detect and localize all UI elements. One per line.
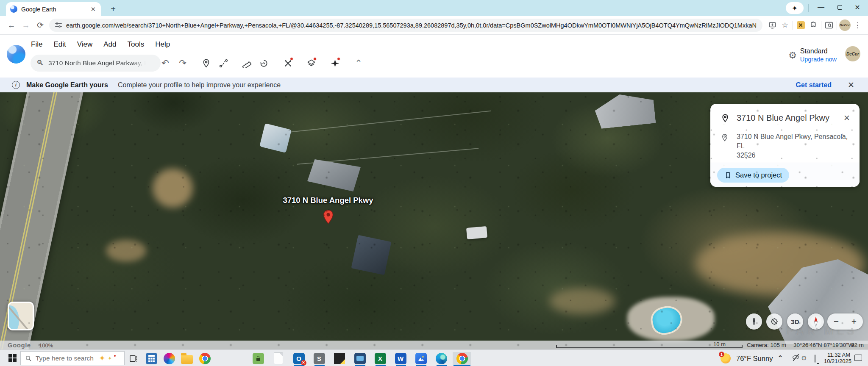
collapse-toolbar-icon[interactable]: ⌃ xyxy=(350,54,367,72)
place-card-close-icon[interactable]: ✕ xyxy=(842,112,852,124)
browser-tab[interactable]: Google Earth ✕ xyxy=(6,2,101,16)
toolbar-divider xyxy=(837,21,837,30)
measure-ruler-icon[interactable] xyxy=(238,54,256,72)
weather-text[interactable]: 76°F Sunny xyxy=(736,355,773,363)
browser-tab-strip: Google Earth ✕ + ✦ — ✕ xyxy=(0,0,868,16)
browser-toolbar: ← → ⟳ earth.google.com/web/search/3710+N… xyxy=(0,16,868,35)
taskbar-excel-icon[interactable]: X xyxy=(374,352,387,365)
menu-tools[interactable]: Tools xyxy=(122,38,150,51)
extension-x-icon[interactable]: ✕ xyxy=(794,19,807,32)
settings-gear-icon[interactable]: ⚙︎ xyxy=(788,50,797,61)
taskbar-sticky-notes-icon[interactable] xyxy=(333,352,346,365)
get-started-link[interactable]: Get started xyxy=(796,81,832,89)
taskbar-outlook-icon[interactable]: O ✕ xyxy=(292,352,305,365)
sparkle-dot xyxy=(114,355,116,357)
banner-close-icon[interactable]: ✕ xyxy=(846,80,856,90)
menu-view[interactable]: View xyxy=(72,38,98,51)
menu-edit[interactable]: Edit xyxy=(48,38,71,51)
extensions-puzzle-icon[interactable] xyxy=(807,19,820,32)
draw-path-icon[interactable] xyxy=(214,54,232,72)
undo-icon[interactable]: ↶ xyxy=(156,54,174,72)
taskbar-clock[interactable]: 11:32 AM 10/21/2025 xyxy=(824,352,850,364)
forward-icon[interactable]: → xyxy=(19,18,33,33)
action-center-icon[interactable] xyxy=(854,355,862,361)
address-bar[interactable]: earth.google.com/web/search/3710+North+B… xyxy=(49,19,762,32)
titlebar-divider xyxy=(808,4,809,12)
taskbar-search-input[interactable] xyxy=(36,355,95,362)
menu-add[interactable]: Add xyxy=(98,38,122,51)
map-viewport[interactable]: PAR MLS 3710 N Blue Angel Pkwy 3710 N Bl… xyxy=(0,92,868,349)
browser-labs-button[interactable]: ✦ xyxy=(786,2,804,14)
taskbar-copilot-icon[interactable] xyxy=(163,352,175,365)
sparkle-ai-icon[interactable] xyxy=(326,54,344,72)
tray-chevron-icon[interactable]: ⌃ xyxy=(776,354,785,362)
bookmark-star-icon[interactable]: ☆ xyxy=(779,19,791,32)
upgrade-link[interactable]: Upgrade now xyxy=(800,56,837,63)
taskbar-photos-icon[interactable] xyxy=(415,352,427,365)
historical-imagery-icon[interactable] xyxy=(255,54,273,72)
window-maximize-button[interactable] xyxy=(830,0,849,14)
start-button[interactable] xyxy=(8,354,17,362)
address-line2: 32526 xyxy=(737,151,849,160)
menu-file[interactable]: File xyxy=(25,38,48,51)
tray-display-icon[interactable] xyxy=(810,355,820,362)
taskbar-security-app-icon[interactable] xyxy=(252,352,264,365)
earth-toolbar: 🔍︎ 3710 North Blue Angel Parkway, Pensac… xyxy=(0,53,868,73)
shed-roof xyxy=(259,123,292,153)
taskbar-chrome-active-icon[interactable] xyxy=(453,352,471,365)
save-to-project-button[interactable]: Save to project xyxy=(717,168,789,183)
redo-icon[interactable]: ↷ xyxy=(174,54,192,72)
placemark-pin-icon[interactable] xyxy=(197,54,215,72)
taskbar-remote-desktop-icon[interactable] xyxy=(353,352,366,365)
url-text: earth.google.com/web/search/3710+North+B… xyxy=(66,22,757,29)
site-settings-icon[interactable] xyxy=(55,23,62,28)
taskbar-chrome-icon[interactable] xyxy=(198,352,211,365)
scale-bar: 10 m xyxy=(556,341,743,349)
map-status-bar: Google 100% 10 m Camera: 105 m 30°26'46"… xyxy=(0,341,868,349)
project-tools-icon[interactable] xyxy=(279,54,297,72)
taskbar-notepad-icon[interactable] xyxy=(272,352,285,365)
overview-minimap[interactable] xyxy=(8,302,34,330)
earth-search-input[interactable]: 🔍︎ 3710 North Blue Angel Parkway, Pensac… xyxy=(31,55,161,72)
pin-icon xyxy=(721,133,729,142)
3d-view-button[interactable]: 3D xyxy=(787,313,803,330)
power-line xyxy=(297,148,479,164)
back-icon[interactable]: ← xyxy=(4,18,19,33)
taskbar-word-icon[interactable]: W xyxy=(394,352,407,365)
side-panel-search-icon[interactable] xyxy=(823,19,835,32)
camera-coordinates: 30°26'46"N 87°19'30"W xyxy=(793,342,854,348)
reload-icon[interactable]: ⟳ xyxy=(33,18,47,33)
earth-header: File Edit View Add Tools Help 🔍︎ 3710 No… xyxy=(0,35,868,78)
toggle-overlays-button[interactable] xyxy=(766,313,782,330)
tray-ink-icon[interactable]: ⊙ xyxy=(799,354,809,362)
taskbar-search-box[interactable]: ✦ ✦ xyxy=(20,351,125,365)
taskbar-file-explorer-icon[interactable] xyxy=(181,352,193,365)
outlook-error-badge: ✕ xyxy=(301,360,306,366)
task-view-button[interactable] xyxy=(127,352,140,365)
sand-area xyxy=(695,232,865,296)
taskbar-sage-icon[interactable]: S xyxy=(313,352,326,365)
window-minimize-button[interactable]: — xyxy=(811,0,831,14)
slashed-circle-icon xyxy=(770,317,779,326)
install-app-icon[interactable] xyxy=(766,19,779,32)
window-close-button[interactable]: ✕ xyxy=(848,0,867,14)
place-pin-icon[interactable] xyxy=(322,209,335,225)
tab-close-icon[interactable]: ✕ xyxy=(89,6,97,13)
zoom-out-button[interactable]: − xyxy=(834,316,839,327)
copilot-sparkle-icon: ✦ xyxy=(99,353,106,363)
taskbar-edge-icon[interactable] xyxy=(435,352,448,365)
taskbar-calculator-icon[interactable] xyxy=(145,352,158,365)
zoom-percentage: 100% xyxy=(39,342,53,349)
compass[interactable] xyxy=(808,313,824,330)
layers-icon[interactable] xyxy=(302,54,320,72)
profile-avatar[interactable]: DeCor xyxy=(838,19,851,32)
menu-help[interactable]: Help xyxy=(150,38,175,51)
camera-altitude: Camera: 105 m xyxy=(747,342,786,348)
weather-icon[interactable]: 1 xyxy=(721,353,731,363)
new-tab-button[interactable]: + xyxy=(108,4,119,15)
place-card-footer: Save to project xyxy=(710,163,860,187)
pegman-street-view-button[interactable] xyxy=(746,313,762,330)
account-avatar[interactable]: DeCor xyxy=(845,46,860,61)
zoom-in-button[interactable]: + xyxy=(851,316,857,327)
browser-menu-icon[interactable]: ⋮ xyxy=(851,19,864,32)
